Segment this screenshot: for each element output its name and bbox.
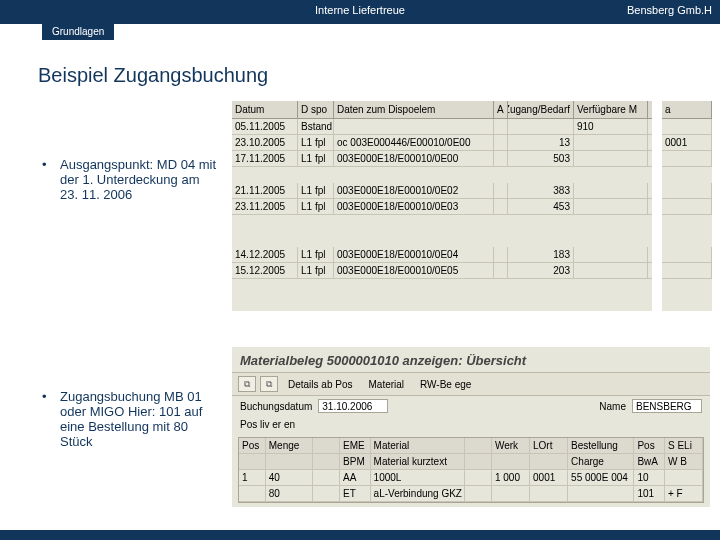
- md04-header-row: Datum D spo Daten zum Dispoelem A Zugang…: [232, 101, 652, 119]
- col-dispo: D spo: [298, 101, 334, 118]
- md04-right-row: [662, 151, 712, 167]
- col-elem: Daten zum Dispoelem: [334, 101, 494, 118]
- md04-row[interactable]: 15.12.2005L1 fpl003E000E18/E00010/0E0520…: [232, 263, 652, 279]
- toolbar-btn-2[interactable]: ⧉: [260, 376, 278, 392]
- col-verf: Verfügbare M: [574, 101, 648, 118]
- buchdat-label: Buchungsdatum: [240, 401, 312, 412]
- md04-right-row: 0001: [662, 135, 712, 151]
- md04-panel: Datum D spo Daten zum Dispoelem A Zugang…: [232, 101, 652, 311]
- col-a: A: [494, 101, 508, 118]
- grid-row[interactable]: 80ETaL-Verbindung GKZ101+ F: [239, 486, 703, 502]
- bullet-1: Ausgangspunkt: MD 04 mit der 1. Unterdec…: [48, 157, 218, 202]
- name-label: Name: [599, 401, 626, 412]
- col-right: a: [662, 101, 712, 118]
- beleg-toolbar: ⧉ ⧉ Details ab Pos Material RW-Be ege: [232, 373, 710, 396]
- md04-row[interactable]: 05.11.2005Bstand910: [232, 119, 652, 135]
- beleg-grid: PosMengeEMEMaterialWerkLOrtBestellungPos…: [238, 437, 704, 503]
- top-title: Interne Liefertreue: [315, 4, 405, 16]
- md04-right-row: [662, 183, 712, 199]
- col-datum: Datum: [232, 101, 298, 118]
- beleg-title: Materialbeleg 5000001010 anzeigen: Übers…: [232, 347, 710, 373]
- buchdat-field[interactable]: 31.10.2006: [318, 399, 388, 413]
- md04-row[interactable]: 17.11.2005L1 fpl003E000E18/E00010/0E0050…: [232, 151, 652, 167]
- bullet-2: Zugangsbuchung MB 01 oder MIGO Hier: 101…: [48, 389, 218, 449]
- section-tab: Grundlagen: [42, 24, 114, 40]
- footer-bar: [0, 530, 720, 540]
- sub-bar: Grundlagen: [0, 24, 720, 42]
- grid-row[interactable]: 140AA1000L1 000000155 000E 00410: [239, 470, 703, 486]
- toolbar-rwbelege[interactable]: RW-Be ege: [414, 379, 477, 390]
- md04-right-panel: a 0001: [662, 101, 712, 311]
- materialbeleg-panel: Materialbeleg 5000001010 anzeigen: Übers…: [232, 347, 710, 507]
- md04-right-row: [662, 263, 712, 279]
- top-bar: Interne Liefertreue Bensberg Gmb.H: [0, 0, 720, 24]
- beleg-form-row: Buchungsdatum 31.10.2006 Name BENSBERG: [232, 396, 710, 416]
- toolbar-btn-1[interactable]: ⧉: [238, 376, 256, 392]
- name-field[interactable]: BENSBERG: [632, 399, 702, 413]
- md04-row[interactable]: 23.10.2005L1 fploc 003E000446/E00010/0E0…: [232, 135, 652, 151]
- md04-right-row: [662, 199, 712, 215]
- company-label: Bensberg Gmb.H: [627, 4, 712, 16]
- toolbar-material[interactable]: Material: [362, 379, 410, 390]
- col-zugang: Zugang/Bedarf: [508, 101, 574, 118]
- md04-row[interactable]: 14.12.2005L1 fpl003E000E18/E00010/0E0418…: [232, 247, 652, 263]
- page-heading: Beispiel Zugangsbuchung: [38, 64, 720, 87]
- toolbar-details[interactable]: Details ab Pos: [282, 379, 358, 390]
- grid-header: PosMengeEMEMaterialWerkLOrtBestellungPos…: [239, 438, 703, 454]
- md04-row[interactable]: 21.11.2005L1 fpl003E000E18/E00010/0E0238…: [232, 183, 652, 199]
- md04-right-row: [662, 247, 712, 263]
- md04-row[interactable]: 23.11.2005L1 fpl003E000E18/E00010/0E0345…: [232, 199, 652, 215]
- posliv-label: Pos liv er en: [240, 419, 295, 430]
- grid-header: BPMMaterial kurztextChargeBwAW B: [239, 454, 703, 470]
- md04-right-row: [662, 119, 712, 135]
